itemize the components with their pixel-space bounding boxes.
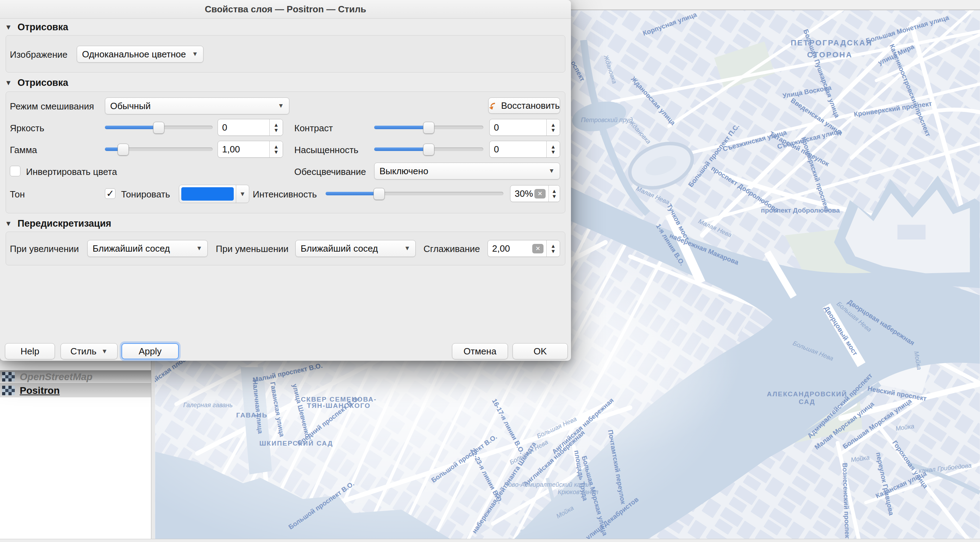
gamma-spinbox[interactable]: 1,00 ▲▼ [218, 141, 283, 158]
smoothing-spinbox[interactable]: 2,00 ✕ ▲▼ [488, 240, 560, 257]
contrast-label: Контраст [294, 123, 333, 134]
saturation-slider[interactable] [374, 148, 483, 151]
layer-name: OpenStreetMap [20, 371, 92, 383]
collapse-arrow-icon: ▼ [5, 219, 12, 228]
spin-down-icon[interactable]: ▼ [552, 194, 557, 199]
invert-colors-checkbox[interactable] [10, 166, 21, 176]
status-bar [0, 539, 980, 542]
colorize-color-button[interactable]: ▼ [179, 185, 249, 203]
svg-text:проспект Добролюбова: проспект Добролюбова [761, 207, 840, 214]
smoothing-label: Сглаживание [423, 243, 480, 254]
chevron-down-icon: ▼ [549, 167, 554, 175]
spin-down-icon[interactable]: ▼ [274, 127, 279, 133]
style-button[interactable]: Стиль ▼ [60, 343, 118, 359]
svg-text:ШКИПЕРСКИЙ САД: ШКИПЕРСКИЙ САД [259, 440, 333, 447]
spin-up-icon[interactable]: ▲ [550, 122, 556, 127]
contrast-slider[interactable] [374, 126, 483, 129]
gamma-slider[interactable] [105, 148, 213, 151]
dialog-title: Свойства слоя — Positron — Стиль [205, 4, 366, 15]
ok-button[interactable]: OK [512, 343, 568, 359]
blend-mode-select[interactable]: Обычный ▼ [105, 97, 290, 114]
colorize-checkbox[interactable] [105, 188, 115, 199]
brightness-label: Яркость [10, 123, 45, 134]
slider-handle[interactable] [423, 144, 434, 156]
layer-item-positron[interactable]: Positron [0, 383, 151, 397]
chevron-down-icon: ▼ [101, 348, 108, 355]
clear-icon[interactable]: ✕ [532, 244, 544, 253]
collapse-arrow-icon: ▼ [5, 79, 12, 87]
blend-mode-label: Режим смешивания [10, 101, 94, 112]
spin-up-icon[interactable]: ▲ [274, 122, 279, 127]
strength-slider[interactable] [326, 192, 503, 196]
undo-icon [488, 101, 497, 111]
section-header-resampling[interactable]: ▼ Передискретизация [5, 218, 111, 229]
clear-icon[interactable]: ✕ [535, 189, 546, 199]
image-type-select[interactable]: Одноканальное цветное ▼ [77, 46, 204, 63]
slider-handle[interactable] [374, 188, 385, 200]
svg-text:АЛЕКСАНДРОВСКИЙ: АЛЕКСАНДРОВСКИЙ [767, 390, 847, 398]
chevron-down-icon: ▼ [278, 102, 284, 110]
zoomed-out-select[interactable]: Ближайший сосед ▼ [295, 240, 416, 257]
svg-text:Петровский пруд: Петровский пруд [581, 116, 633, 124]
invert-colors-label: Инвертировать цвета [26, 167, 117, 177]
strength-spinbox[interactable]: 30% ✕ ▲▼ [510, 185, 560, 202]
chevron-down-icon: ▼ [192, 50, 198, 58]
spin-down-icon[interactable]: ▼ [550, 149, 556, 154]
colorize-label: Тонировать [121, 189, 170, 200]
cancel-button[interactable]: Отмена [452, 343, 508, 359]
saturation-spinbox[interactable]: 0 ▲▼ [489, 141, 560, 158]
svg-text:САД: САД [799, 398, 815, 405]
layer-name: Positron [20, 385, 60, 396]
chevron-down-icon[interactable]: ▼ [236, 185, 249, 203]
spin-up-icon[interactable]: ▲ [550, 243, 556, 248]
chevron-down-icon: ▼ [196, 245, 202, 252]
zoomed-out-label: При уменьшении [216, 243, 289, 254]
svg-text:ПЕТРОГРАДСКАЯ: ПЕТРОГРАДСКАЯ [791, 38, 873, 47]
slider-handle[interactable] [153, 122, 164, 134]
svg-text:Ново-Адмиралтейский канал: Ново-Адмиралтейский канал [504, 481, 591, 488]
svg-text:ТЯН-ШАНСКОГО: ТЯН-ШАНСКОГО [307, 402, 371, 409]
zoomed-in-label: При увеличении [10, 243, 79, 254]
collapse-arrow-icon: ▼ [5, 23, 12, 31]
image-label: Изображение [10, 49, 68, 60]
brightness-spinbox[interactable]: 0 ▲▼ [218, 119, 283, 136]
spin-up-icon[interactable]: ▲ [552, 188, 557, 194]
section-header-rendering-2[interactable]: ▼ Отрисовка [5, 78, 68, 88]
reset-button[interactable]: Восстановить [488, 97, 560, 114]
hue-label: Тон [10, 189, 25, 200]
grayscale-label: Обесцвечивание [294, 167, 366, 177]
spin-up-icon[interactable]: ▲ [550, 144, 556, 149]
apply-button[interactable]: Apply [121, 343, 179, 359]
spin-up-icon[interactable]: ▲ [274, 144, 279, 149]
spin-down-icon[interactable]: ▼ [274, 149, 279, 154]
help-button[interactable]: Help [5, 343, 55, 359]
contrast-spinbox[interactable]: 0 ▲▼ [489, 119, 560, 136]
section-header-rendering-1[interactable]: ▼ Отрисовка [5, 22, 68, 33]
slider-handle[interactable] [118, 144, 129, 156]
dialog-titlebar[interactable]: Свойства слоя — Positron — Стиль [0, 0, 571, 19]
zoomed-in-select[interactable]: Ближайший сосед ▼ [87, 240, 208, 257]
saturation-label: Насыщенность [294, 145, 358, 156]
layer-properties-dialog: Свойства слоя — Positron — Стиль ▼ Отрис… [0, 0, 571, 361]
grayscale-select[interactable]: Выключено ▼ [374, 163, 560, 180]
brightness-slider[interactable] [105, 126, 213, 129]
raster-layer-icon [2, 372, 15, 382]
layer-item-openstreetmap[interactable]: OpenStreetMap [0, 370, 151, 383]
slider-handle[interactable] [423, 122, 434, 134]
chevron-down-icon: ▼ [404, 245, 410, 252]
svg-text:Галерная гавань: Галерная гавань [183, 402, 233, 408]
svg-text:Крюков канал: Крюков канал [558, 488, 598, 496]
raster-layer-icon [2, 386, 15, 396]
gamma-label: Гамма [10, 145, 37, 156]
spin-down-icon[interactable]: ▼ [550, 127, 556, 133]
strength-label: Интенсивность [253, 189, 317, 200]
spin-down-icon[interactable]: ▼ [550, 248, 556, 254]
color-swatch [181, 187, 234, 200]
